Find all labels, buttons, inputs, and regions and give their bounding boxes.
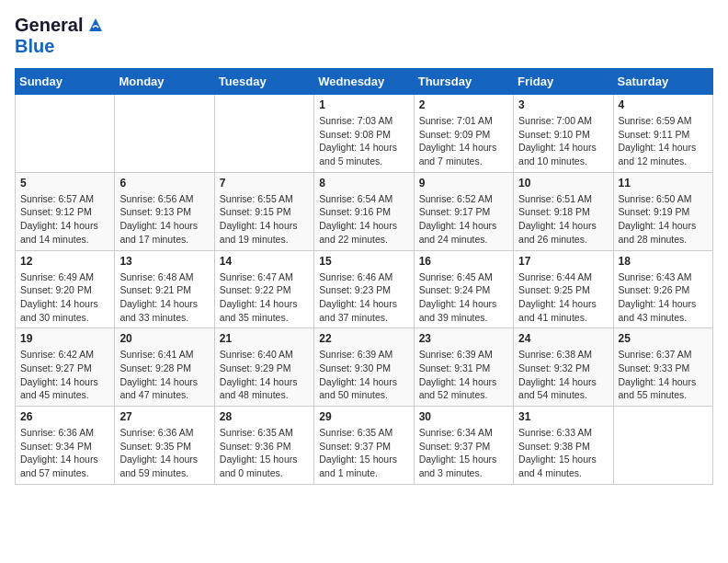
day-info: Sunrise: 6:55 AMSunset: 9:15 PMDaylight:… (220, 192, 309, 247)
day-cell: 7Sunrise: 6:55 AMSunset: 9:15 PMDaylight… (214, 172, 313, 250)
day-cell: 25Sunrise: 6:37 AMSunset: 9:33 PMDayligh… (613, 328, 712, 407)
day-info: Sunrise: 6:44 AMSunset: 9:25 PMDaylight:… (518, 270, 608, 325)
day-number: 13 (119, 255, 209, 268)
day-info: Sunrise: 6:46 AMSunset: 9:23 PMDaylight:… (319, 270, 408, 325)
day-number: 30 (419, 410, 508, 423)
day-info: Sunrise: 6:50 AMSunset: 9:19 PMDaylight:… (619, 192, 708, 247)
day-number: 10 (518, 177, 608, 190)
day-number: 28 (220, 410, 309, 423)
weekday-header-sunday: Sunday (16, 69, 115, 95)
day-info: Sunrise: 6:38 AMSunset: 9:32 PMDaylight:… (518, 348, 608, 402)
day-info: Sunrise: 6:36 AMSunset: 9:34 PMDaylight:… (20, 426, 109, 480)
page-header: General Blue (15, 15, 713, 57)
week-row-1: 1Sunrise: 7:03 AMSunset: 9:08 PMDaylight… (16, 95, 713, 173)
day-info: Sunrise: 6:35 AMSunset: 9:37 PMDaylight:… (319, 426, 408, 480)
day-number: 23 (419, 332, 508, 345)
day-info: Sunrise: 7:03 AMSunset: 9:08 PMDaylight:… (319, 114, 408, 168)
day-number: 7 (220, 177, 309, 190)
day-number: 26 (20, 410, 109, 423)
day-cell: 13Sunrise: 6:48 AMSunset: 9:21 PMDayligh… (115, 250, 214, 328)
day-cell: 31Sunrise: 6:33 AMSunset: 9:38 PMDayligh… (514, 407, 613, 485)
day-number: 5 (20, 177, 109, 190)
day-number: 22 (319, 332, 408, 345)
svg-marker-0 (89, 18, 102, 31)
day-cell (16, 95, 115, 173)
day-cell: 4Sunrise: 6:59 AMSunset: 9:11 PMDaylight… (613, 95, 712, 173)
logo: General Blue (15, 15, 106, 57)
day-cell: 16Sunrise: 6:45 AMSunset: 9:24 PMDayligh… (414, 250, 513, 328)
day-number: 9 (419, 177, 508, 190)
day-number: 16 (419, 255, 508, 268)
day-info: Sunrise: 6:40 AMSunset: 9:29 PMDaylight:… (220, 348, 309, 402)
day-number: 17 (518, 255, 608, 268)
weekday-header-tuesday: Tuesday (214, 69, 313, 95)
day-cell: 12Sunrise: 6:49 AMSunset: 9:20 PMDayligh… (16, 250, 115, 328)
day-cell (214, 95, 313, 173)
day-cell (115, 95, 214, 173)
day-cell: 2Sunrise: 7:01 AMSunset: 9:09 PMDaylight… (414, 95, 513, 173)
day-info: Sunrise: 6:37 AMSunset: 9:33 PMDaylight:… (619, 348, 708, 402)
day-info: Sunrise: 6:51 AMSunset: 9:18 PMDaylight:… (518, 192, 608, 247)
day-number: 31 (518, 410, 608, 423)
weekday-header-friday: Friday (514, 69, 613, 95)
day-cell: 14Sunrise: 6:47 AMSunset: 9:22 PMDayligh… (214, 250, 313, 328)
day-number: 19 (20, 332, 109, 345)
day-cell: 20Sunrise: 6:41 AMSunset: 9:28 PMDayligh… (115, 328, 214, 407)
day-info: Sunrise: 7:01 AMSunset: 9:09 PMDaylight:… (419, 114, 508, 168)
day-info: Sunrise: 6:42 AMSunset: 9:27 PMDaylight:… (20, 348, 109, 402)
week-row-5: 26Sunrise: 6:36 AMSunset: 9:34 PMDayligh… (16, 407, 713, 485)
day-info: Sunrise: 6:43 AMSunset: 9:26 PMDaylight:… (619, 270, 708, 325)
day-cell: 22Sunrise: 6:39 AMSunset: 9:30 PMDayligh… (314, 328, 414, 407)
day-info: Sunrise: 6:41 AMSunset: 9:28 PMDaylight:… (119, 348, 209, 402)
day-cell: 8Sunrise: 6:54 AMSunset: 9:16 PMDaylight… (314, 172, 414, 250)
day-number: 12 (20, 255, 109, 268)
day-info: Sunrise: 6:33 AMSunset: 9:38 PMDaylight:… (518, 426, 608, 480)
weekday-header-monday: Monday (115, 69, 214, 95)
day-number: 14 (220, 255, 309, 268)
day-cell: 26Sunrise: 6:36 AMSunset: 9:34 PMDayligh… (16, 407, 115, 485)
day-cell: 1Sunrise: 7:03 AMSunset: 9:08 PMDaylight… (314, 95, 414, 173)
day-number: 11 (619, 177, 708, 190)
week-row-2: 5Sunrise: 6:57 AMSunset: 9:12 PMDaylight… (16, 172, 713, 250)
day-cell: 30Sunrise: 6:34 AMSunset: 9:37 PMDayligh… (414, 407, 513, 485)
day-cell: 15Sunrise: 6:46 AMSunset: 9:23 PMDayligh… (314, 250, 414, 328)
weekday-header-saturday: Saturday (613, 69, 712, 95)
day-number: 8 (319, 177, 408, 190)
day-cell: 9Sunrise: 6:52 AMSunset: 9:17 PMDaylight… (414, 172, 513, 250)
day-info: Sunrise: 6:56 AMSunset: 9:13 PMDaylight:… (119, 192, 209, 247)
day-number: 24 (518, 332, 608, 345)
day-info: Sunrise: 6:54 AMSunset: 9:16 PMDaylight:… (319, 192, 408, 247)
day-number: 6 (119, 177, 209, 190)
week-row-4: 19Sunrise: 6:42 AMSunset: 9:27 PMDayligh… (16, 328, 713, 407)
day-cell: 21Sunrise: 6:40 AMSunset: 9:29 PMDayligh… (214, 328, 313, 407)
day-info: Sunrise: 6:57 AMSunset: 9:12 PMDaylight:… (20, 192, 109, 247)
day-number: 29 (319, 410, 408, 423)
day-number: 20 (119, 332, 209, 345)
day-cell: 28Sunrise: 6:35 AMSunset: 9:36 PMDayligh… (214, 407, 313, 485)
day-cell: 11Sunrise: 6:50 AMSunset: 9:19 PMDayligh… (613, 172, 712, 250)
day-number: 18 (619, 255, 708, 268)
day-number: 25 (619, 332, 708, 345)
day-cell: 18Sunrise: 6:43 AMSunset: 9:26 PMDayligh… (613, 250, 712, 328)
day-cell: 24Sunrise: 6:38 AMSunset: 9:32 PMDayligh… (514, 328, 613, 407)
calendar-table: SundayMondayTuesdayWednesdayThursdayFrid… (15, 68, 713, 485)
day-info: Sunrise: 6:34 AMSunset: 9:37 PMDaylight:… (419, 426, 508, 480)
day-cell: 6Sunrise: 6:56 AMSunset: 9:13 PMDaylight… (115, 172, 214, 250)
day-cell: 10Sunrise: 6:51 AMSunset: 9:18 PMDayligh… (514, 172, 613, 250)
day-cell: 19Sunrise: 6:42 AMSunset: 9:27 PMDayligh… (16, 328, 115, 407)
logo-general: General (15, 15, 83, 36)
day-number: 15 (319, 255, 408, 268)
weekday-header-thursday: Thursday (414, 69, 513, 95)
day-number: 2 (419, 98, 508, 111)
day-number: 1 (319, 98, 408, 111)
day-info: Sunrise: 6:39 AMSunset: 9:31 PMDaylight:… (419, 348, 508, 402)
day-info: Sunrise: 6:36 AMSunset: 9:35 PMDaylight:… (119, 426, 209, 480)
logo-icon (85, 15, 106, 35)
day-cell: 3Sunrise: 7:00 AMSunset: 9:10 PMDaylight… (514, 95, 613, 173)
day-info: Sunrise: 6:59 AMSunset: 9:11 PMDaylight:… (619, 114, 708, 168)
day-number: 3 (518, 98, 608, 111)
week-row-3: 12Sunrise: 6:49 AMSunset: 9:20 PMDayligh… (16, 250, 713, 328)
day-info: Sunrise: 6:48 AMSunset: 9:21 PMDaylight:… (119, 270, 209, 325)
day-cell: 17Sunrise: 6:44 AMSunset: 9:25 PMDayligh… (514, 250, 613, 328)
day-cell (613, 407, 712, 485)
